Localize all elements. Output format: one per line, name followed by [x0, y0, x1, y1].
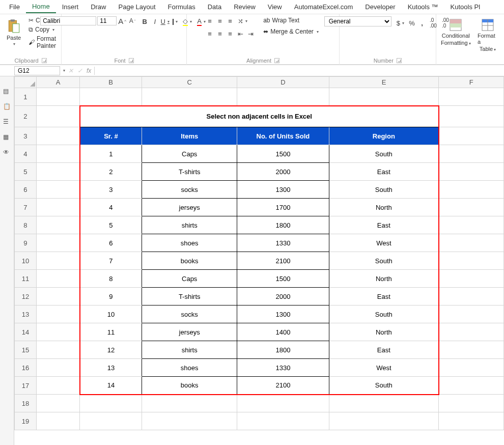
cell[interactable] — [36, 199, 79, 216]
cell-sr[interactable]: 8 — [80, 270, 142, 288]
decrease-indent-button[interactable]: ⇤ — [236, 29, 245, 38]
cell[interactable] — [36, 305, 79, 323]
row-header[interactable]: 5 — [15, 163, 37, 181]
cell[interactable] — [36, 145, 79, 163]
sidebar-icon-3[interactable]: ☰ — [3, 118, 11, 126]
cell-sr[interactable]: 5 — [80, 216, 142, 234]
cell[interactable] — [36, 270, 79, 288]
cell-units[interactable]: 1800 — [237, 216, 329, 234]
increase-font-button[interactable]: A^ — [118, 16, 127, 25]
align-middle-button[interactable]: ≡ — [215, 17, 225, 26]
cell[interactable] — [36, 181, 79, 199]
align-top-button[interactable]: ≡ — [205, 17, 214, 26]
cell[interactable] — [142, 412, 237, 430]
cell[interactable] — [237, 395, 329, 412]
percent-button[interactable]: % — [407, 18, 416, 27]
cell-region[interactable]: South — [329, 181, 439, 199]
cell[interactable] — [439, 377, 504, 395]
cell-region[interactable]: South — [329, 305, 439, 323]
bold-button[interactable]: B — [140, 17, 149, 26]
cancel-icon[interactable]: ✕ — [68, 67, 73, 74]
format-table-button[interactable]: Format a Table▾ — [474, 16, 501, 54]
font-size-select[interactable] — [97, 16, 117, 25]
increase-indent-button[interactable]: ⇥ — [246, 29, 255, 38]
orientation-button[interactable]: ⤭▾ — [236, 16, 249, 26]
dialog-launcher-alignment[interactable] — [274, 58, 279, 63]
row-header[interactable]: 15 — [15, 341, 37, 359]
cell-item[interactable]: T-shirts — [142, 163, 237, 181]
tab-review[interactable]: Review — [228, 1, 262, 13]
cell-sr[interactable]: 9 — [80, 288, 142, 305]
sidebar-icon-5[interactable]: 👁 — [3, 149, 11, 157]
cell-item[interactable]: jerseys — [142, 323, 237, 341]
tab-insert[interactable]: Insert — [56, 1, 85, 13]
sidebar-icon-4[interactable]: ▦ — [3, 133, 11, 142]
cell[interactable] — [80, 88, 142, 106]
cell-sr[interactable]: 12 — [80, 341, 142, 359]
cell-units[interactable]: 1800 — [237, 341, 329, 359]
cell-units[interactable]: 2100 — [237, 377, 329, 395]
col-header-C[interactable]: C — [142, 77, 237, 88]
cell-sr[interactable]: 3 — [80, 181, 142, 199]
row-header[interactable]: 11 — [15, 270, 37, 288]
cell-item[interactable]: Caps — [142, 145, 237, 163]
cell-sr[interactable]: 6 — [80, 234, 142, 252]
row-header[interactable]: 4 — [15, 145, 37, 163]
cell-sr[interactable]: 4 — [80, 199, 142, 216]
cell-item[interactable]: T-shirts — [142, 288, 237, 305]
cell[interactable] — [36, 359, 79, 377]
title-cell[interactable]: Select non adjacent cells in Excel — [80, 106, 439, 127]
enter-icon[interactable]: ✓ — [77, 67, 82, 74]
cell-units[interactable]: 1330 — [237, 359, 329, 377]
cell[interactable] — [36, 341, 79, 359]
align-bottom-button[interactable]: ≡ — [226, 17, 235, 26]
number-format-select[interactable]: General — [324, 16, 391, 26]
cell-sr[interactable]: 11 — [80, 323, 142, 341]
cell-sr[interactable]: 14 — [80, 377, 142, 395]
cell-sr[interactable]: 2 — [80, 163, 142, 181]
worksheet-grid[interactable]: A B C D E F 1 2Select non adjacent cells… — [14, 76, 504, 430]
col-header-B[interactable]: B — [80, 77, 142, 88]
tab-developer[interactable]: Developer — [359, 1, 401, 13]
wrap-text-button[interactable]: abWrap Text — [261, 16, 321, 24]
row-header[interactable]: 10 — [15, 252, 37, 270]
cell-units[interactable]: 2000 — [237, 163, 329, 181]
tab-data[interactable]: Data — [202, 1, 228, 13]
cell-region[interactable]: North — [329, 199, 439, 216]
row-header[interactable]: 17 — [15, 377, 37, 395]
underline-button[interactable]: U▾ — [160, 17, 170, 26]
cell-units[interactable]: 2000 — [237, 288, 329, 305]
cell[interactable] — [36, 377, 79, 395]
row-header-19[interactable]: 19 — [15, 412, 37, 430]
cell[interactable] — [439, 163, 504, 181]
cell-sr[interactable]: 7 — [80, 252, 142, 270]
merge-center-button[interactable]: ⬌Merge & Center▾ — [261, 27, 321, 36]
cell-item[interactable]: books — [142, 377, 237, 395]
tab-automate[interactable]: AutomateExcel.com — [288, 1, 359, 13]
align-right-button[interactable]: ≡ — [226, 29, 235, 38]
cell-region[interactable]: South — [329, 377, 439, 395]
header-items[interactable]: Items — [142, 127, 237, 145]
cell[interactable] — [439, 127, 504, 145]
cell-region[interactable]: South — [329, 145, 439, 163]
cell-item[interactable]: Caps — [142, 270, 237, 288]
cell-item[interactable]: socks — [142, 181, 237, 199]
row-header[interactable]: 6 — [15, 181, 37, 199]
cell[interactable] — [142, 88, 237, 106]
cell-region[interactable]: East — [329, 288, 439, 305]
cell-units[interactable]: 1500 — [237, 270, 329, 288]
row-header[interactable]: 9 — [15, 234, 37, 252]
cell[interactable] — [80, 412, 142, 430]
cell[interactable] — [237, 412, 329, 430]
borders-button[interactable]: ▾ — [171, 17, 180, 26]
paste-button[interactable]: Paste ▾ — [3, 16, 24, 48]
select-all-corner[interactable] — [15, 77, 37, 88]
cell[interactable] — [329, 88, 439, 106]
cell[interactable] — [439, 341, 504, 359]
cell-units[interactable]: 1300 — [237, 181, 329, 199]
comma-button[interactable]: , — [417, 18, 427, 27]
cell-item[interactable]: shirts — [142, 216, 237, 234]
cell[interactable] — [36, 163, 79, 181]
align-left-button[interactable]: ≡ — [205, 29, 214, 38]
cell[interactable] — [439, 234, 504, 252]
